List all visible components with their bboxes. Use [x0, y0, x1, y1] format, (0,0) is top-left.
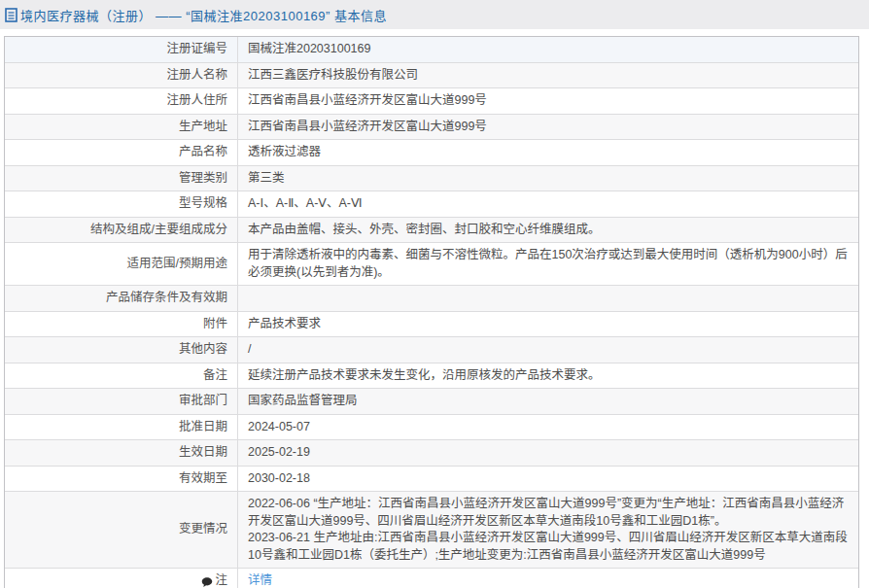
row-label: 注 — [5, 569, 238, 588]
row-value: 延续注册产品技术要求未发生变化，沿用原核发的产品技术要求。 — [238, 363, 858, 389]
row-value: A-Ⅰ、A-Ⅱ、A-Ⅴ、A-Ⅵ — [238, 191, 858, 217]
document-icon — [5, 8, 17, 22]
row-value: 详情 — [238, 569, 858, 588]
row-label: 生产地址 — [5, 115, 238, 140]
table-row: 注册人住所江西省南昌县小蓝经济开发区富山大道999号 — [5, 88, 858, 115]
row-label: 生效日期 — [5, 440, 238, 466]
comment-icon — [201, 576, 213, 588]
row-value: 产品技术要求 — [238, 312, 858, 337]
table-row: 其他内容/ — [5, 337, 858, 363]
info-table: 注册证编号国械注准20203100169注册人名称江西三鑫医疗科技股份有限公司注… — [4, 36, 859, 588]
row-label: 型号规格 — [5, 191, 238, 217]
table-row: 变更情况2022-06-06 “生产地址：江西省南昌县小蓝经济开发区富山大道99… — [5, 492, 858, 569]
row-value: 江西省南昌县小蓝经济开发区富山大道999号 — [238, 115, 858, 140]
details-link[interactable]: 详情 — [248, 572, 272, 588]
row-value: 江西省南昌县小蓝经济开发区富山大道999号 — [238, 88, 858, 114]
row-value: 2030-02-18 — [238, 467, 858, 492]
table-row: 审批部门国家药品监督管理局 — [5, 389, 858, 415]
header-bar: 境内医疗器械（注册） —— “国械注准20203100169” 基本信息 — [0, 0, 869, 29]
row-label: 附件 — [5, 312, 238, 337]
row-value: 国家药品监督管理局 — [238, 389, 858, 414]
table-row: 注详情 — [5, 569, 858, 588]
table-row: 备注延续注册产品技术要求未发生变化，沿用原核发的产品技术要求。 — [5, 363, 858, 390]
row-value: 2022-06-06 “生产地址：江西省南昌县小蓝经济开发区富山大道999号”变… — [238, 492, 858, 568]
table-row: 有效期至2030-02-18 — [5, 467, 858, 493]
row-value: 透析液过滤器 — [238, 140, 858, 165]
row-label: 适用范围/预期用途 — [5, 243, 238, 285]
row-label: 备注 — [5, 363, 238, 389]
row-label: 其他内容 — [5, 337, 238, 363]
table-row: 产品储存条件及有效期 — [5, 286, 858, 312]
row-value: 2024-05-07 — [238, 415, 858, 440]
row-value: 江西三鑫医疗科技股份有限公司 — [238, 63, 858, 88]
row-value: 用于清除透析液中的内毒素、细菌与不溶性微粒。产品在150次治疗或达到最大使用时间… — [238, 243, 858, 285]
row-label: 批准日期 — [5, 415, 238, 440]
row-value — [238, 286, 858, 311]
row-value: 国械注准20203100169 — [238, 37, 858, 62]
row-label: 结构及组成/主要组成成分 — [5, 218, 238, 243]
row-label: 变更情况 — [5, 492, 238, 568]
table-row: 生效日期2025-02-19 — [5, 440, 858, 467]
row-label: 管理类别 — [5, 166, 238, 191]
table-row: 产品名称透析液过滤器 — [5, 140, 858, 166]
row-label: 有效期至 — [5, 467, 238, 492]
table-row: 生产地址江西省南昌县小蓝经济开发区富山大道999号 — [5, 115, 858, 141]
table-row: 结构及组成/主要组成成分本产品由盖帽、接头、外壳、密封圈、封口胶和空心纤维膜组成… — [5, 218, 858, 244]
row-label: 产品储存条件及有效期 — [5, 286, 238, 311]
row-value: 第三类 — [238, 166, 858, 191]
row-label: 注册证编号 — [5, 37, 238, 62]
row-value: 2025-02-19 — [238, 440, 858, 466]
row-label: 注册人住所 — [5, 88, 238, 114]
row-label: 审批部门 — [5, 389, 238, 414]
table-row: 批准日期2024-05-07 — [5, 415, 858, 441]
table-row: 附件产品技术要求 — [5, 312, 858, 338]
table-row: 注册证编号国械注准20203100169 — [5, 37, 858, 63]
row-label: 注册人名称 — [5, 63, 238, 88]
row-label: 产品名称 — [5, 140, 238, 165]
table-row: 管理类别第三类 — [5, 166, 858, 192]
row-value: 本产品由盖帽、接头、外壳、密封圈、封口胶和空心纤维膜组成。 — [238, 218, 858, 243]
table-row: 适用范围/预期用途用于清除透析液中的内毒素、细菌与不溶性微粒。产品在150次治疗… — [5, 243, 858, 286]
table-row: 型号规格A-Ⅰ、A-Ⅱ、A-Ⅴ、A-Ⅵ — [5, 191, 858, 218]
row-value: / — [238, 337, 858, 363]
table-row: 注册人名称江西三鑫医疗科技股份有限公司 — [5, 63, 858, 89]
page-title: 境内医疗器械（注册） —— “国械注准20203100169” 基本信息 — [20, 6, 387, 24]
